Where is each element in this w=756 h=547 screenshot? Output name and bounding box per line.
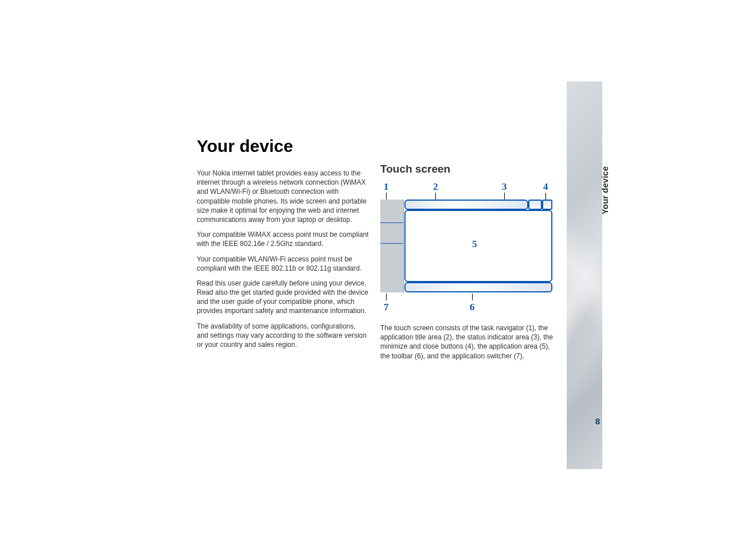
left-column: Your device Your Nokia internet tablet p…	[197, 136, 369, 355]
diagram-title-area	[404, 200, 528, 210]
callout-tick	[386, 193, 387, 193]
callout-number: 7	[384, 302, 389, 313]
body-paragraph: Your Nokia internet tablet provides easy…	[197, 169, 369, 224]
callout-number: 3	[502, 181, 507, 193]
body-paragraph: Your compatible WLAN/Wi-Fi access point …	[197, 255, 369, 273]
diagram-window-buttons	[542, 200, 552, 210]
callout-number: 5	[472, 239, 477, 250]
diagram-application-area	[404, 210, 552, 282]
diagram-divider	[380, 243, 403, 244]
diagram-task-navigator	[380, 200, 404, 292]
diagram-status-area	[528, 200, 542, 210]
diagram-divider	[380, 222, 403, 223]
callout-tick	[435, 193, 436, 200]
callout-tick	[472, 294, 473, 300]
body-paragraph: The availability of some applications, c…	[197, 322, 369, 350]
callout-number: 1	[384, 181, 389, 193]
right-column: Touch screen 1 2 3 4 5	[380, 163, 558, 366]
body-paragraph: Read this user guide carefully before us…	[197, 279, 369, 316]
diagram-caption: The touch screen consists of the task na…	[380, 323, 558, 361]
manual-page: Your device 8 Your device Your Nokia int…	[0, 0, 756, 547]
callout-tick	[386, 294, 387, 300]
callout-number: 6	[470, 302, 475, 313]
callout-number: 4	[543, 181, 548, 193]
callout-tick	[386, 193, 387, 200]
side-tab-label: Your device	[600, 166, 610, 214]
touch-screen-diagram: 1 2 3 4 5	[380, 181, 552, 319]
page-title: Your device	[197, 136, 369, 156]
side-tab-decoration	[567, 81, 602, 469]
section-heading: Touch screen	[380, 163, 558, 175]
callout-tick	[545, 193, 546, 200]
diagram-toolbar	[404, 282, 552, 292]
body-paragraph: Your compatible WiMAX access point must …	[197, 230, 369, 248]
page-number: 8	[595, 416, 600, 426]
callout-number: 2	[433, 181, 438, 193]
callout-tick	[504, 193, 505, 200]
